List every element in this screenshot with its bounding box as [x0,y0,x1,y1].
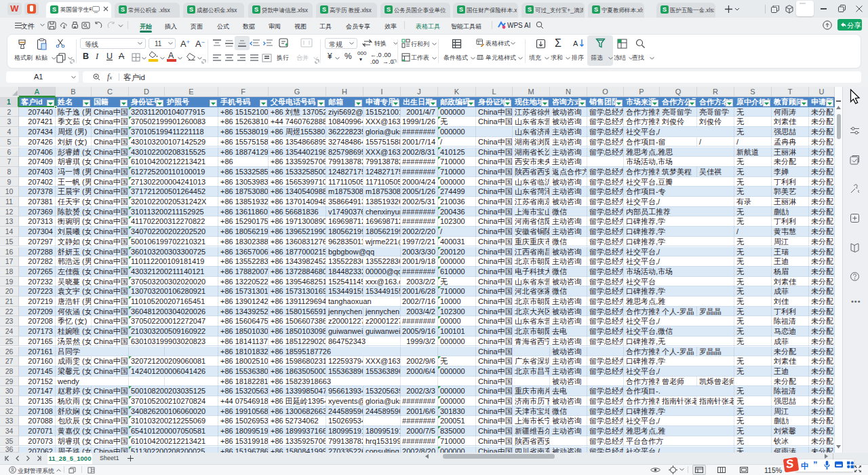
svg-text:A: A [573,39,578,48]
